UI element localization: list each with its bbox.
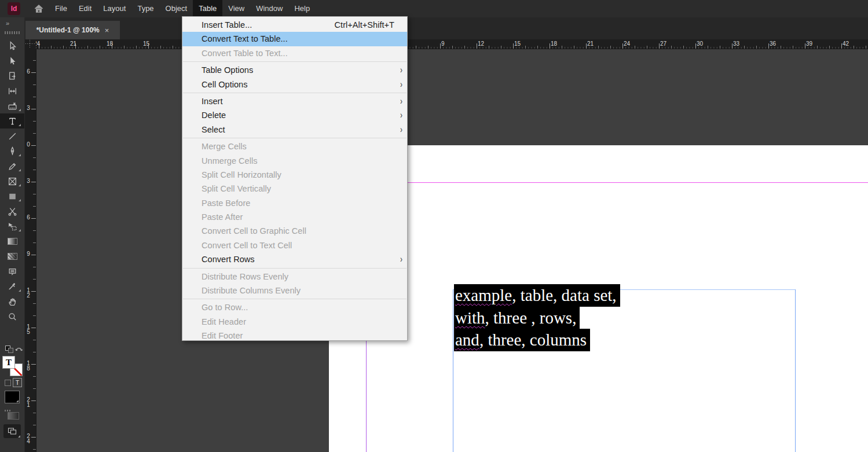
menubar-item-file[interactable]: File [49,0,73,17]
content-collector-tool[interactable] [0,98,24,113]
vertical-ruler[interactable]: 6303691 21 51 82 12 4 [24,49,36,452]
ruler-label: 9 [25,252,31,257]
menu-item-table-options[interactable]: Table Options› [182,63,407,77]
menu-item-cell-options[interactable]: Cell Options› [182,78,407,91]
text-frame-right-edge[interactable] [795,289,796,452]
menu-bar: Id FileEditLayoutTypeObjectTableViewWind… [0,0,868,17]
menu-item-convert-rows[interactable]: Convert Rows› [182,252,407,266]
ruler-label: 39 [806,41,812,47]
ruler-label: 27 [660,41,666,47]
ruler-label: 3 [25,106,31,111]
pen-tool-icon [8,146,17,156]
selected-text-block[interactable]: example, table, data set,with, three , r… [454,284,620,351]
formatting-affects-text-button[interactable]: T [13,378,22,387]
ruler-label: 6 [25,215,31,221]
gradient-swatch-icon [8,412,19,420]
menubar-item-type[interactable]: Type [131,0,159,17]
line-tool[interactable] [0,128,24,144]
ruler-label: 1 5 [25,325,31,335]
selected-text-line[interactable]: and, three, columns [454,329,590,351]
default-colors-icon [8,348,13,353]
direct-selection-tool[interactable] [0,53,24,68]
gradient-feather-tool[interactable] [0,249,24,264]
horizontal-ruler-ticks [24,39,868,49]
menu-item-insert[interactable]: Insert› [182,94,407,108]
menu-item-label: Split Cell Vertically [202,184,271,193]
menubar-item-help[interactable]: Help [288,0,316,17]
swap-fill-stroke-icon[interactable] [0,344,24,354]
gradient-feather-tool-icon [8,253,17,260]
panel-grip-handle[interactable] [5,31,20,34]
menu-item-split-cell-vertically: Split Cell Vertically [182,182,407,196]
free-transform-tool[interactable] [0,219,24,234]
selection-tool[interactable] [0,38,24,53]
eyedropper-tool-icon [8,282,17,292]
menubar-item-edit[interactable]: Edit [73,0,97,17]
screen-mode-button[interactable] [3,424,21,438]
menu-item-label: Insert [202,97,223,106]
ruler-label: 30 [697,41,703,47]
menu-item-convert-cell-to-graphic-cell: Convert Cell to Graphic Cell [182,224,407,238]
frame-tool[interactable] [0,174,24,189]
menu-item-convert-table-to-text: Convert Table to Text... [182,46,407,60]
note-tool-icon [8,267,17,277]
menubar-item-object[interactable]: Object [160,0,193,17]
menu-item-convert-text-to-table[interactable]: Convert Text to Table... [182,32,407,46]
type-tool[interactable] [0,113,24,128]
menu-item-paste-before: Paste Before [182,196,407,210]
scissors-tool-icon [8,207,17,216]
pencil-tool[interactable] [0,159,24,174]
apply-gradient-button[interactable] [5,410,20,419]
eyedropper-tool[interactable] [0,279,24,294]
apply-color-button[interactable] [5,391,20,403]
menu-separator [183,299,406,299]
gap-tool[interactable] [0,83,24,98]
fill-text-swatch[interactable]: T [2,356,15,369]
menu-item-label: Convert Rows [202,255,255,264]
ruler-label: 18 [551,41,557,47]
indesign-logo-icon: Id [8,2,20,15]
menu-item-label: Paste After [202,212,243,222]
note-tool[interactable] [0,264,24,279]
free-transform-tool-icon [8,222,17,231]
selected-text-line[interactable]: with, three , rows, [454,307,580,329]
submenu-chevron-icon: › [400,75,402,94]
pen-tool[interactable] [0,144,24,159]
zoom-tool[interactable] [0,309,24,324]
home-icon[interactable] [33,3,45,14]
menu-item-delete[interactable]: Delete› [182,108,407,122]
misspelled-word: with [455,308,485,327]
menu-separator [183,138,406,138]
page-tool[interactable] [0,68,24,83]
misspelled-word: example [455,286,512,304]
hand-tool[interactable] [0,294,24,309]
text-frame-left-edge[interactable] [453,289,453,452]
menu-item-insert-table[interactable]: Insert Table...Ctrl+Alt+Shift+T [182,18,407,32]
hand-tool-icon [8,297,17,307]
rectangle-tool[interactable] [0,189,24,204]
horizontal-ruler[interactable]: 2421181591215182124273033363942 [24,39,868,49]
gradient-tool[interactable] [0,234,24,249]
tab-close-icon[interactable]: × [105,26,109,35]
menu-item-select[interactable]: Select› [182,123,407,137]
ruler-label: 1 2 [25,288,31,298]
ruler-origin-corner[interactable] [24,39,36,49]
panel-collapse-icon[interactable]: » [6,20,10,27]
formatting-affects-row: T [0,377,24,388]
menu-item-label: Unmerge Cells [202,156,258,166]
menu-separator [183,268,406,269]
ruler-label: 18 [107,41,113,47]
type-tool-icon [8,116,17,126]
menubar-item-window[interactable]: Window [250,0,288,17]
menubar-item-layout[interactable]: Layout [97,0,131,17]
gradient-dots-icon [5,410,12,411]
screen-mode-icon [8,427,17,435]
formatting-affects-container-button[interactable] [5,380,11,386]
selection-tool-icon [8,41,17,51]
document-tab[interactable]: *Untitled-1 @ 100% × [25,21,120,39]
menubar-item-view[interactable]: View [222,0,250,17]
selected-text-line[interactable]: example, table, data set, [454,284,620,307]
menubar-item-table[interactable]: Table [193,0,222,17]
fill-stroke-indicator[interactable]: T [2,356,23,377]
scissors-tool[interactable] [0,204,24,219]
